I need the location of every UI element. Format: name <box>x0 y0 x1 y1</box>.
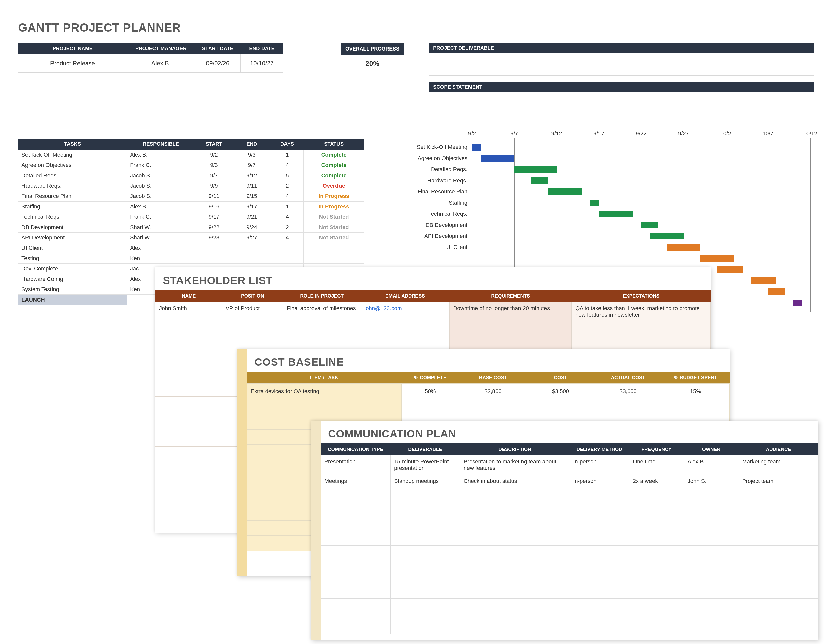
comm-cell[interactable]: Project team <box>738 475 818 493</box>
task-cell[interactable]: 9/23 <box>195 233 233 243</box>
stakeholder-cell[interactable] <box>156 363 222 380</box>
task-cell[interactable] <box>304 253 364 264</box>
task-cell[interactable]: 9/11 <box>195 191 233 201</box>
comm-cell[interactable] <box>390 510 460 528</box>
comm-cell[interactable] <box>390 616 460 634</box>
gantt-bar[interactable] <box>751 277 777 284</box>
task-cell[interactable]: 9/11 <box>233 181 271 191</box>
task-cell[interactable] <box>304 243 364 253</box>
comm-cell[interactable] <box>738 528 818 546</box>
gantt-bar[interactable] <box>641 222 658 228</box>
task-cell[interactable]: Shari W. <box>127 222 195 233</box>
task-cell[interactable]: 9/24 <box>233 222 271 233</box>
task-row[interactable]: Set Kick-Off MeetingAlex B.9/29/31Comple… <box>18 150 364 160</box>
task-cell[interactable] <box>271 243 304 253</box>
comm-row[interactable] <box>321 581 819 599</box>
comm-cell[interactable] <box>738 510 818 528</box>
cost-cell[interactable] <box>459 399 527 414</box>
task-cell[interactable]: 2 <box>271 222 304 233</box>
cost-row[interactable]: Extra devices for QA testing50%$2,800$3,… <box>247 384 730 399</box>
comm-cell[interactable] <box>321 599 391 616</box>
task-cell[interactable]: 4 <box>271 212 304 222</box>
comm-row[interactable]: Presentation15-minute PowerPoint present… <box>321 456 819 475</box>
task-cell[interactable] <box>195 243 233 253</box>
comm-cell[interactable]: Standup meetings <box>390 475 460 493</box>
gantt-bar[interactable] <box>472 144 481 151</box>
task-row[interactable]: UI ClientAlex <box>18 243 364 253</box>
cost-cell[interactable] <box>594 399 662 414</box>
stakeholder-row[interactable]: John SmithVP of ProductFinal approval of… <box>156 302 711 330</box>
comm-cell[interactable] <box>390 599 460 616</box>
task-cell[interactable] <box>195 253 233 264</box>
comm-cell[interactable] <box>390 563 460 581</box>
task-cell[interactable]: In Progress <box>304 201 364 212</box>
comm-row[interactable] <box>321 493 819 510</box>
task-cell[interactable]: Set Kick-Off Meeting <box>18 150 127 160</box>
task-cell[interactable]: 5 <box>271 171 304 181</box>
scope-body[interactable] <box>429 92 814 114</box>
comm-cell[interactable] <box>460 546 569 563</box>
task-cell[interactable]: Overdue <box>304 181 364 191</box>
task-cell[interactable]: In Progress <box>304 191 364 201</box>
task-cell[interactable]: Hardware Reqs. <box>18 181 127 191</box>
cost-cell[interactable] <box>401 399 459 414</box>
task-cell[interactable]: API Development <box>18 233 127 243</box>
comm-cell[interactable]: Marketing team <box>738 456 818 475</box>
comm-cell[interactable]: Check in about status <box>460 475 569 493</box>
task-row[interactable]: Final Resource PlanJacob S.9/119/154In P… <box>18 191 364 201</box>
stakeholder-cell[interactable] <box>156 346 222 363</box>
cost-row[interactable] <box>247 399 730 414</box>
comm-row[interactable] <box>321 528 819 546</box>
comm-cell[interactable] <box>684 546 738 563</box>
comm-cell[interactable] <box>460 563 569 581</box>
comm-cell[interactable] <box>569 616 629 634</box>
task-cell[interactable]: Not Started <box>304 222 364 233</box>
task-cell[interactable]: Testing <box>18 253 127 264</box>
stakeholder-cell[interactable]: john@123.com <box>361 302 450 330</box>
task-cell[interactable]: Jacob S. <box>127 181 195 191</box>
gantt-bar[interactable] <box>667 244 701 251</box>
comm-cell[interactable] <box>390 528 460 546</box>
task-cell[interactable]: Complete <box>304 150 364 160</box>
task-cell[interactable]: DB Development <box>18 222 127 233</box>
task-cell[interactable]: UI Client <box>18 243 127 253</box>
task-cell[interactable]: Hardware Config. <box>18 274 127 284</box>
comm-cell[interactable]: 15-minute PowerPoint presentation <box>390 456 460 475</box>
comm-cell[interactable] <box>684 510 738 528</box>
stakeholder-cell[interactable] <box>156 413 222 430</box>
cost-cell[interactable] <box>662 399 730 414</box>
gantt-bar[interactable] <box>768 288 785 295</box>
cost-cell[interactable]: $3,500 <box>527 384 595 399</box>
comm-cell[interactable] <box>569 528 629 546</box>
comm-cell[interactable] <box>460 510 569 528</box>
task-cell[interactable]: 9/9 <box>195 181 233 191</box>
task-cell[interactable]: 9/2 <box>195 150 233 160</box>
comm-cell[interactable] <box>738 493 818 510</box>
comm-cell[interactable] <box>321 510 391 528</box>
cost-cell[interactable] <box>247 399 402 414</box>
gantt-bar[interactable] <box>531 177 548 184</box>
comm-cell[interactable] <box>569 581 629 599</box>
comm-cell[interactable] <box>460 599 569 616</box>
task-cell[interactable]: Complete <box>304 160 364 171</box>
comm-cell[interactable] <box>321 493 391 510</box>
cost-cell[interactable]: Extra devices for QA testing <box>247 384 402 399</box>
task-cell[interactable]: Staffing <box>18 201 127 212</box>
gantt-bar[interactable] <box>717 266 743 273</box>
comm-cell[interactable] <box>390 493 460 510</box>
comm-cell[interactable] <box>738 581 818 599</box>
comm-cell[interactable] <box>684 599 738 616</box>
stakeholder-row[interactable] <box>156 330 711 346</box>
stakeholder-cell[interactable] <box>450 330 572 346</box>
task-cell[interactable]: 9/3 <box>233 150 271 160</box>
comm-cell[interactable]: Presentation to marketing team about new… <box>460 456 569 475</box>
end-date-cell[interactable]: 10/10/27 <box>241 54 283 73</box>
task-row[interactable]: TestingKen <box>18 253 364 264</box>
comm-cell[interactable] <box>629 581 684 599</box>
deliverable-body[interactable] <box>429 53 814 76</box>
task-row[interactable]: Technical Reqs.Frank C.9/179/214Not Star… <box>18 212 364 222</box>
stakeholder-cell[interactable] <box>222 330 283 346</box>
comm-cell[interactable] <box>629 493 684 510</box>
comm-row[interactable] <box>321 563 819 581</box>
task-cell[interactable]: 4 <box>271 191 304 201</box>
